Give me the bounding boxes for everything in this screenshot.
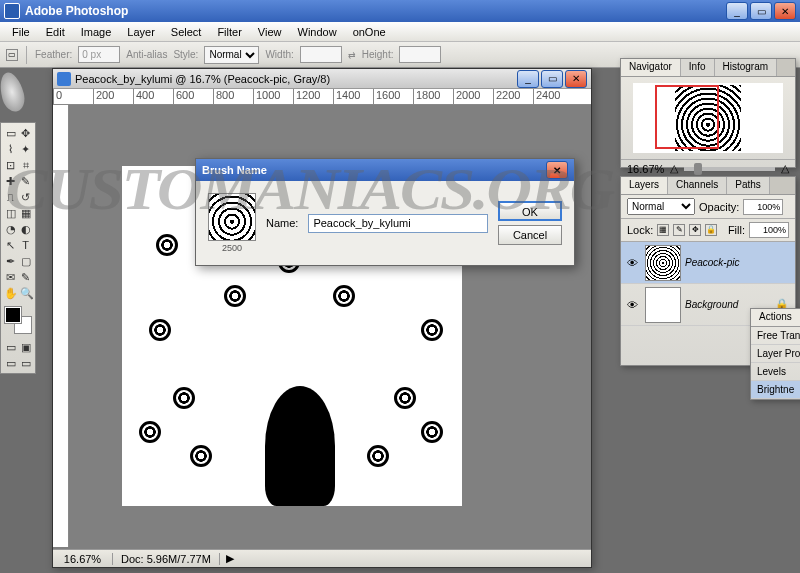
dialog-titlebar[interactable]: Brush Name ✕ (196, 159, 574, 181)
app-title: Adobe Photoshop (25, 4, 726, 18)
menu-filter[interactable]: Filter (209, 24, 249, 40)
eraser-tool[interactable]: ◫ (3, 205, 18, 221)
tab-navigator[interactable]: Navigator (621, 59, 681, 76)
arrow-icon[interactable]: ▶ (220, 552, 240, 565)
zoom-out-icon[interactable]: △ (670, 162, 678, 175)
tab-layers[interactable]: Layers (621, 177, 668, 194)
minimize-button[interactable]: _ (726, 2, 748, 20)
feather-label: Feather: (35, 49, 72, 60)
wand-tool[interactable]: ✦ (18, 141, 33, 157)
menu-file[interactable]: File (4, 24, 38, 40)
style-select[interactable]: Normal (204, 46, 259, 64)
tab-histogram[interactable]: Histogram (715, 59, 778, 76)
slice-tool[interactable]: ⌗ (18, 157, 33, 173)
doc-maximize-button[interactable]: ▭ (541, 70, 563, 88)
layer-name[interactable]: Background (685, 299, 738, 310)
lock-trans-icon[interactable]: ▦ (657, 224, 669, 236)
ruler-vertical (53, 105, 69, 547)
history-tool[interactable]: ↺ (18, 189, 33, 205)
zoom-field[interactable]: 16.67% (53, 553, 113, 565)
workspace: ▭✥ ⌇✦ ⊡⌗ ✚✎ ⎍↺ ◫▦ ◔◐ ↖T ✒▢ ✉✎ ✋🔍 ▭▣ ▭▭ P… (0, 68, 800, 573)
menu-edit[interactable]: Edit (38, 24, 73, 40)
blur-tool[interactable]: ◔ (3, 221, 18, 237)
stamp-tool[interactable]: ⎍ (3, 189, 18, 205)
crop-tool[interactable]: ⊡ (3, 157, 18, 173)
hand-tool[interactable]: ✋ (3, 285, 19, 301)
lock-label: Lock: (627, 224, 653, 236)
brush-tool[interactable]: ✎ (18, 173, 33, 189)
doc-minimize-button[interactable]: _ (517, 70, 539, 88)
zoom-slider[interactable] (684, 167, 775, 171)
action-item[interactable]: Levels (751, 363, 800, 381)
gradient-tool[interactable]: ▦ (18, 205, 33, 221)
menu-image[interactable]: Image (73, 24, 120, 40)
antialias-checkbox[interactable]: Anti-alias (126, 49, 167, 60)
marquee-tool[interactable]: ▭ (3, 125, 18, 141)
quickmask-on[interactable]: ▣ (18, 339, 33, 355)
document-titlebar[interactable]: Peacock_by_kylumi @ 16.7% (Peacock-pic, … (53, 69, 591, 89)
layer-name[interactable]: Peacock-pic (685, 257, 739, 268)
width-label: Width: (265, 49, 293, 60)
lock-all-icon[interactable]: 🔒 (705, 224, 717, 236)
dialog-close-button[interactable]: ✕ (546, 161, 568, 179)
menu-layer[interactable]: Layer (119, 24, 163, 40)
toolbox: ▭✥ ⌇✦ ⊡⌗ ✚✎ ⎍↺ ◫▦ ◔◐ ↖T ✒▢ ✉✎ ✋🔍 ▭▣ ▭▭ (0, 122, 36, 374)
ok-button[interactable]: OK (498, 201, 562, 221)
tab-info[interactable]: Info (681, 59, 715, 76)
fill-label: Fill: (728, 224, 745, 236)
tool-preset-icon[interactable]: ▭ (6, 49, 18, 61)
quickmask-off[interactable]: ▭ (3, 339, 18, 355)
zoom-in-icon[interactable]: △ (781, 162, 789, 175)
action-item[interactable]: Brightne (751, 381, 800, 399)
action-item[interactable]: Layer Pro (751, 345, 800, 363)
layer-thumbnail[interactable] (645, 245, 681, 281)
close-button[interactable]: ✕ (774, 2, 796, 20)
dodge-tool[interactable]: ◐ (18, 221, 33, 237)
tab-channels[interactable]: Channels (668, 177, 727, 194)
navigator-preview[interactable] (633, 83, 783, 153)
navigator-panel: Navigator Info Histogram 16.67% △ △ (620, 58, 796, 168)
lasso-tool[interactable]: ⌇ (3, 141, 18, 157)
name-label: Name: (266, 217, 298, 229)
fill-field[interactable]: 100% (749, 222, 789, 238)
heal-tool[interactable]: ✚ (3, 173, 18, 189)
tab-actions[interactable]: Actions (751, 309, 800, 326)
type-tool[interactable]: T (18, 237, 33, 253)
cancel-button[interactable]: Cancel (498, 225, 562, 245)
action-item[interactable]: Free Tran (751, 327, 800, 345)
height-label: Height: (362, 49, 394, 60)
blend-mode-select[interactable]: Normal (627, 198, 695, 215)
zoom-tool[interactable]: 🔍 (19, 285, 35, 301)
pen-tool[interactable]: ✒ (3, 253, 18, 269)
layer-row[interactable]: 👁 Peacock-pic (621, 242, 795, 284)
lock-pos-icon[interactable]: ✥ (689, 224, 701, 236)
docinfo-field[interactable]: Doc: 5.96M/7.77M (113, 553, 220, 565)
menu-onone[interactable]: onOne (345, 24, 394, 40)
screenmode-1[interactable]: ▭ (3, 355, 18, 371)
opacity-field[interactable]: 100% (743, 199, 783, 215)
maximize-button[interactable]: ▭ (750, 2, 772, 20)
link-icon[interactable]: ⇄ (348, 50, 356, 60)
path-tool[interactable]: ↖ (3, 237, 18, 253)
notes-tool[interactable]: ✉ (3, 269, 18, 285)
visibility-icon[interactable]: 👁 (623, 257, 641, 269)
name-input[interactable] (308, 214, 488, 233)
lock-paint-icon[interactable]: ✎ (673, 224, 685, 236)
feather-field[interactable]: 0 px (78, 46, 120, 63)
screenmode-2[interactable]: ▭ (18, 355, 33, 371)
eyedropper-tool[interactable]: ✎ (18, 269, 33, 285)
opacity-label: Opacity: (699, 201, 739, 213)
shape-tool[interactable]: ▢ (18, 253, 33, 269)
layer-thumbnail[interactable] (645, 287, 681, 323)
visibility-icon[interactable]: 👁 (623, 299, 641, 311)
height-field[interactable] (399, 46, 441, 63)
color-picker[interactable] (3, 305, 33, 333)
tab-paths[interactable]: Paths (727, 177, 770, 194)
move-tool[interactable]: ✥ (18, 125, 33, 141)
menu-select[interactable]: Select (163, 24, 210, 40)
feather-tool-icon (1, 72, 33, 118)
width-field[interactable] (300, 46, 342, 63)
doc-close-button[interactable]: ✕ (565, 70, 587, 88)
menu-window[interactable]: Window (290, 24, 345, 40)
menu-view[interactable]: View (250, 24, 290, 40)
